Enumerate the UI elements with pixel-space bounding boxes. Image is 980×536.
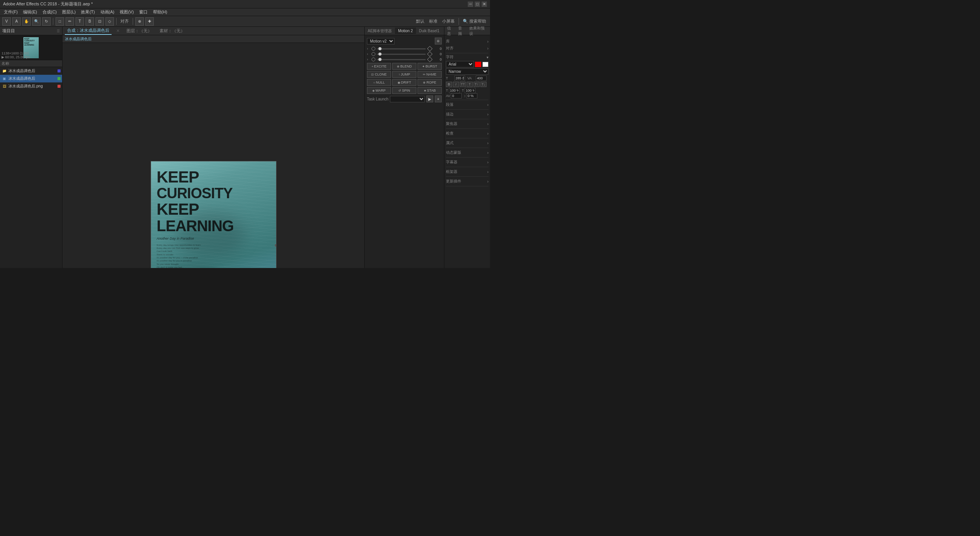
task-select[interactable] (390, 96, 425, 102)
char-item-frame[interactable]: 框架器 › (446, 168, 488, 175)
slider-x-arrow[interactable]: › (367, 47, 370, 51)
dynamic-mask-label: 动态蒙版 (446, 150, 461, 155)
char-item-attr[interactable]: 属式 › (446, 140, 488, 146)
char-item-align[interactable]: 对齐 › (446, 45, 488, 52)
char-item-dynamic-mask[interactable]: 动态蒙版 › (446, 149, 488, 156)
t-sub-button[interactable]: T↓ (480, 82, 487, 87)
tool-text[interactable]: T (76, 17, 84, 26)
burst-button[interactable]: ✦ BURST (418, 63, 442, 70)
tab-motion2[interactable]: Motion 2 (395, 28, 416, 34)
menu-window[interactable]: 窗口 (137, 9, 150, 15)
drift-button[interactable]: ◉ DRIFT (392, 79, 416, 86)
char-section-expand[interactable]: ▾ (487, 55, 488, 59)
slider-z-keyframe[interactable] (427, 57, 432, 62)
stroke-color-swatch[interactable] (482, 62, 488, 67)
slider-y-arrow[interactable]: › (367, 52, 370, 56)
tool-rotate[interactable]: ↻ (42, 17, 51, 26)
tab-duik[interactable]: Duik Basel1 (416, 28, 442, 34)
menu-composition[interactable]: 合成(C) (40, 9, 59, 15)
project-item-image[interactable]: 🖼 冰水成晶调色后.png (0, 82, 62, 90)
breadcrumb-comp[interactable]: 冰水成晶调色后 (65, 36, 92, 42)
char-item-paragraph[interactable]: 段落 › (446, 101, 488, 108)
blend-button[interactable]: ⊕ BLEND (392, 63, 416, 70)
viewer-area: KEEP CURIOSITY KEEP LEARNING Another Day… (62, 43, 364, 268)
tool-extra1[interactable]: ⊕ (135, 17, 144, 26)
viewer-tab-comp[interactable]: 合成：冰水成晶调色后 (65, 27, 112, 35)
slider-y-keyframe[interactable] (427, 51, 432, 57)
clone-button[interactable]: ⊡ CLONE (367, 71, 391, 78)
slider-x-track[interactable] (377, 48, 426, 49)
char-item-check[interactable]: 检查 › (446, 130, 488, 137)
project-item-comp[interactable]: ▣ 冰水成晶调色后 (0, 75, 62, 82)
tool-direct-select[interactable]: A (12, 17, 21, 26)
char-item-update[interactable]: 更新插件 › (446, 178, 488, 185)
warp-button[interactable]: ◈ WARP (367, 87, 391, 94)
font-style-select[interactable]: Narrow (446, 68, 488, 75)
task-run-button[interactable]: ▶ (426, 95, 433, 102)
menu-file[interactable]: 文件(F) (2, 9, 20, 15)
scale-h-input[interactable] (449, 88, 460, 93)
char-item-focus[interactable]: 聚焦器 › (446, 120, 488, 127)
menu-help[interactable]: 帮助(H) (151, 9, 169, 15)
char-item-subtitle[interactable]: 字幕器 › (446, 159, 488, 166)
project-item-folder[interactable]: 📁 冰水成晶调色后 (0, 67, 62, 75)
viewer-tab-footage[interactable]: 素材：（无） (157, 27, 187, 35)
tool-shape[interactable]: □ (56, 17, 64, 26)
null-button[interactable]: ○ NULL (367, 79, 391, 86)
slider-z-arrow[interactable]: › (367, 58, 370, 61)
menu-edit[interactable]: 编辑(E) (21, 9, 39, 15)
close-button[interactable]: ✕ (482, 2, 487, 7)
name-button[interactable]: ✏ NAME (418, 71, 442, 78)
bold-button[interactable]: B (446, 82, 452, 87)
char-item-library[interactable]: 库 › (446, 38, 488, 45)
slider-x-keyframe[interactable] (427, 46, 432, 51)
tab-ae-scripts[interactable]: AE脚本管理器 (365, 27, 395, 35)
char-item-stroke[interactable]: 描边 › (446, 111, 488, 118)
minimize-button[interactable]: ─ (468, 2, 473, 7)
tool-select[interactable]: V (2, 17, 11, 26)
menu-effect[interactable]: 效果(T) (79, 9, 97, 15)
italic-button[interactable]: I (453, 82, 459, 87)
resize-handle-right[interactable] (275, 244, 276, 247)
slider-y-track[interactable] (377, 54, 426, 55)
char-section-character: 字符 ▾ Arial Narrow (446, 53, 488, 100)
scale-v-input[interactable] (465, 88, 475, 93)
menu-animation[interactable]: 动画(A) (98, 9, 117, 15)
char-section-stroke: 描边 › (446, 110, 488, 119)
tool-clone[interactable]: ⊡ (95, 17, 104, 26)
project-panel-menu[interactable]: ☰ (57, 29, 60, 33)
motion-version-select[interactable]: Motion v2 (367, 38, 395, 44)
tool-eraser[interactable]: ◇ (105, 17, 114, 26)
font-family-select[interactable]: Arial (446, 61, 474, 67)
tool-hand[interactable]: ✋ (22, 17, 31, 26)
tool-extra2[interactable]: ✚ (145, 17, 154, 26)
t-super-button[interactable]: T↑ (474, 82, 480, 87)
motion-settings-btn[interactable]: ⊕ (435, 38, 442, 44)
font-size-alt-input[interactable] (476, 76, 487, 81)
viewer-tab-layer[interactable]: 图层：（无） (124, 27, 154, 35)
slider-y-handle[interactable] (378, 53, 381, 56)
tt-button[interactable]: TT (460, 82, 466, 87)
leading-input[interactable] (467, 93, 477, 99)
slider-z-track[interactable] (377, 59, 426, 60)
maximize-button[interactable]: □ (475, 2, 480, 7)
rope-button[interactable]: ⊕ ROPE (418, 79, 442, 86)
tool-zoom[interactable]: 🔍 (32, 17, 41, 26)
tool-pen[interactable]: ✏ (66, 17, 74, 26)
t-button[interactable]: T (467, 82, 473, 87)
stab-button[interactable]: ★ STAB (418, 87, 442, 94)
menu-layer[interactable]: 图层(L) (60, 9, 78, 15)
color-stack (482, 62, 488, 67)
excite-button[interactable]: + EXCITE (367, 63, 391, 70)
tracking-input[interactable] (451, 93, 462, 99)
jump-button[interactable]: ↑ JUMP (392, 71, 416, 78)
font-size-input[interactable] (454, 76, 465, 81)
spin-button[interactable]: ↺ SPIN (392, 87, 416, 94)
menu-view[interactable]: 视图(V) (117, 9, 136, 15)
task-add-button[interactable]: + (435, 95, 442, 102)
tool-brush[interactable]: B (86, 17, 94, 26)
slider-z-handle[interactable] (378, 58, 381, 61)
project-thumbnail: KEEPCURIOSITYKEEPLEARNING 1138×1600 (1.0… (0, 35, 62, 60)
slider-x-handle[interactable] (378, 47, 381, 50)
text-color-swatch[interactable] (475, 62, 481, 67)
